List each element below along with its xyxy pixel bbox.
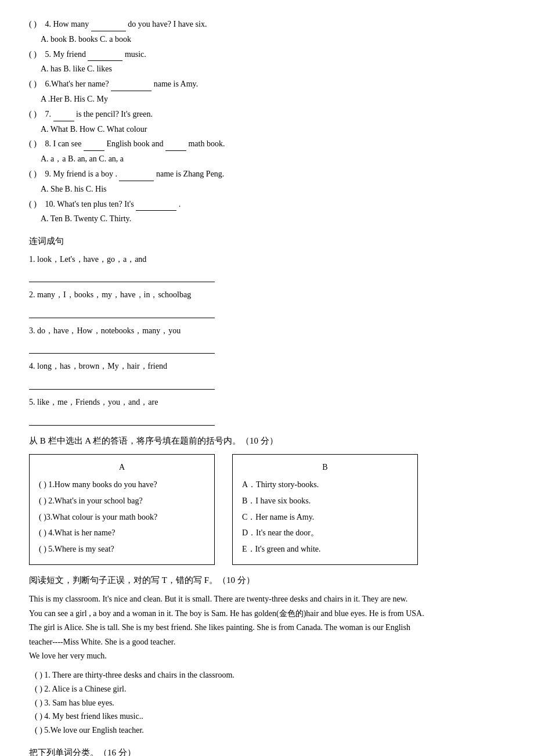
mc-item-5-options: A. has B. like C. likes [41, 62, 505, 76]
reading-line-1: This is my classroom. It's nice and clea… [29, 592, 505, 607]
reading-text: This is my classroom. It's nice and clea… [29, 592, 505, 664]
reading-item-5: ( ) 5.We love our English teacher. [35, 723, 505, 737]
mc-item-5: ( ) 5. My friend music. [29, 48, 505, 62]
sentence-item-5: 5. like，me，Friends，you，and，are [29, 395, 505, 409]
reading-item-3: ( ) 3. Sam has blue eyes. [35, 696, 505, 710]
mc-item-8-options: A. a，a B. an, an C. an, a [41, 152, 505, 166]
reading-judgement-items: ( ) 1. There are thirty-three desks and … [35, 668, 505, 737]
sentence-answer-3 [29, 353, 215, 354]
col-b-box: B A．Thirty story-books. B．I have six boo… [232, 454, 418, 565]
sentence-making-title: 连词成句 [29, 234, 505, 249]
sentence-answer-1 [29, 282, 215, 282]
mc-item-7: ( ) 7. is the pencil? It's green. [29, 107, 505, 121]
reading-item-1: ( ) 1. There are thirty-three desks and … [35, 668, 505, 682]
match-a-item-3: ( )3.What colour is your math book? [39, 510, 205, 524]
matching-title: 从 B 栏中选出 A 栏的答语，将序号填在题前的括号内。（10 分） [29, 434, 505, 449]
col-b-title: B [242, 460, 408, 474]
match-b-item-5: E．It's green and white. [242, 542, 408, 556]
sentence-making-section: 连词成句 1. look，Let's，have，go，a，and 2. many… [29, 234, 505, 425]
match-b-item-2: B．I have six books. [242, 494, 408, 508]
mc-item-7-options: A. What B. How C. What colour [41, 123, 505, 136]
mc-item-10-options: A. Ten B. Twenty C. Thirty. [41, 212, 505, 226]
reading-section: 阅读短文，判断句子正误，对的写 T，错的写 F。（10 分） This is m… [29, 573, 505, 737]
reading-line-2: You can see a girl , a boy and a woman i… [29, 607, 505, 621]
col-a-box: A ( ) 1.How many books do you have? ( ) … [29, 454, 215, 565]
sentence-item-1: 1. look，Let's，have，go，a，and [29, 253, 505, 267]
mc-item-6: ( ) 6.What's her name? name is Amy. [29, 77, 505, 91]
sentence-item-2: 2. many，I，books，my，have，in，schoolbag [29, 288, 505, 302]
match-a-item-1: ( ) 1.How many books do you have? [39, 478, 205, 492]
reading-title: 阅读短文，判断句子正误，对的写 T，错的写 F。（10 分） [29, 573, 505, 588]
match-a-item-2: ( ) 2.What's in your school bag? [39, 494, 205, 508]
match-b-item-4: D．It's near the door。 [242, 526, 408, 540]
mc-item-9-options: A. She B. his C. His [41, 182, 505, 196]
sentence-item-3: 3. do，have，How，notebooks，many，you [29, 324, 505, 338]
col-a-title: A [39, 460, 205, 474]
match-a-item-5: ( ) 5.Where is my seat? [39, 542, 205, 556]
mc-item-10: ( ) 10. What's ten plus ten? It's . [29, 197, 505, 211]
sentence-answer-4 [29, 389, 215, 390]
match-a-item-4: ( ) 4.What is her name? [39, 526, 205, 540]
reading-line-5: We love her very much. [29, 649, 505, 664]
vocab-section: 把下列单词分类。（16 分） window thirteen music Chi… [29, 746, 505, 756]
reading-line-3: The girl is Alice. She is tall. She is m… [29, 621, 505, 635]
mc-item-6-options: A .Her B. His C. My [41, 92, 505, 106]
reading-item-2: ( ) 2. Alice is a Chinese girl. [35, 682, 505, 696]
reading-item-4: ( ) 4. My best friend likes music.. [35, 710, 505, 723]
sentence-answer-2 [29, 318, 215, 318]
mc-item-4: ( ) 4. How many do you have? I have six. [29, 17, 505, 31]
mc-item-4-options: A. book B. books C. a book [41, 33, 505, 46]
match-container: A ( ) 1.How many books do you have? ( ) … [29, 454, 505, 565]
mc-item-8: ( ) 8. I can see English book and math b… [29, 137, 505, 151]
sentence-answer-5 [29, 425, 215, 426]
match-b-item-1: A．Thirty story-books. [242, 478, 408, 492]
reading-line-4: teacher----Miss White. She is a good tea… [29, 635, 505, 650]
match-b-item-3: C．Her name is Amy. [242, 510, 408, 524]
matching-section: 从 B 栏中选出 A 栏的答语，将序号填在题前的括号内。（10 分） A ( )… [29, 434, 505, 565]
vocab-title: 把下列单词分类。（16 分） [29, 746, 505, 756]
mc-questions-section: ( ) 4. How many do you have? I have six.… [29, 17, 505, 226]
sentence-item-4: 4. long，has，brown，My，hair，friend [29, 359, 505, 373]
mc-item-9: ( ) 9. My friend is a boy . name is Zhan… [29, 167, 505, 181]
